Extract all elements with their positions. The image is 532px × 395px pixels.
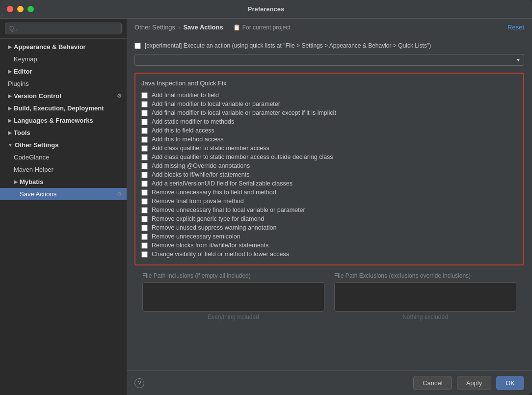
minimize-button[interactable]: [17, 6, 24, 12]
list-item: Remove unnecessary semicolon: [141, 232, 517, 241]
sidebar-item-build[interactable]: ▶ Build, Execution, Deployment: [0, 102, 127, 114]
file-path-inclusions-col: File Path Inclusions (if empty all inclu…: [142, 272, 324, 320]
breadcrumb-bar: Other Settings › Save Actions 📋 For curr…: [127, 19, 532, 36]
inclusions-area[interactable]: [142, 282, 324, 312]
sidebar-item-keymap[interactable]: Keymap: [0, 53, 127, 65]
checkbox-remove-blocks[interactable]: [141, 242, 148, 249]
list-item: Remove unnecessary final to local variab…: [141, 206, 517, 214]
checkbox-add-final-local[interactable]: [141, 101, 148, 107]
checkbox-add-this-method[interactable]: [141, 136, 148, 143]
list-item: Add static modifier to methods: [141, 117, 517, 126]
action-dropdown[interactable]: ▾: [134, 54, 524, 66]
item-label: Remove final from private method: [152, 198, 244, 205]
checkbox-add-final-local-except[interactable]: [141, 110, 148, 116]
sidebar-item-maven-helper[interactable]: Maven Helper: [0, 163, 127, 176]
preferences-window: Preferences ▶ Appearance & Behavior Keym…: [0, 0, 532, 395]
list-item: Add blocks to if/while/for statements: [141, 170, 517, 179]
item-label: Add blocks to if/while/for statements: [152, 171, 249, 178]
chevron-right-icon: ▶: [8, 93, 12, 99]
item-label: Add this to field access: [152, 127, 214, 134]
sidebar-item-editor[interactable]: ▶ Editor: [0, 65, 127, 78]
sidebar-item-codeglance[interactable]: CodeGlance: [0, 151, 127, 163]
checkbox-add-override[interactable]: [141, 163, 148, 169]
panel-body: [experimental] Execute an action (using …: [127, 36, 532, 370]
search-input[interactable]: [5, 23, 122, 34]
inspection-title: Java Inspection and Quick Fix: [141, 79, 517, 87]
item-label: Add this to method access: [152, 136, 224, 143]
list-item: Add this to method access: [141, 135, 517, 144]
item-label: Remove unnecessary final to local variab…: [152, 207, 305, 213]
breadcrumb: Other Settings › Save Actions: [134, 24, 223, 31]
exclusions-status: Nothing excluded: [334, 314, 516, 320]
checkbox-remove-generic[interactable]: [141, 216, 148, 222]
item-label: Add final modifier to field: [152, 92, 219, 99]
title-bar: Preferences: [0, 0, 532, 19]
list-item: Add final modifier to field: [141, 91, 517, 100]
close-button[interactable]: [7, 6, 13, 12]
chevron-right-icon: ▶: [8, 69, 12, 74]
traffic-lights: [7, 6, 34, 12]
experimental-label: [experimental] Execute an action (using …: [145, 42, 431, 49]
exclusions-area[interactable]: [334, 282, 516, 312]
main-content: ▶ Appearance & Behavior Keymap ▶ Editor …: [0, 19, 532, 395]
item-label: Remove unused suppress warning annotatio…: [152, 224, 276, 231]
chevron-right-icon: ▶: [8, 105, 12, 111]
checkbox-add-class-qualifier-outside[interactable]: [141, 154, 148, 160]
divider: [324, 272, 334, 320]
sidebar-item-tools[interactable]: ▶ Tools: [0, 127, 127, 139]
checkbox-add-static-methods[interactable]: [141, 119, 148, 125]
checkbox-add-final-field[interactable]: [141, 92, 148, 99]
cancel-button[interactable]: Cancel: [413, 376, 452, 390]
exclusions-label: File Path Exclusions (exclusions overrid…: [334, 272, 516, 279]
experimental-checkbox[interactable]: [134, 43, 141, 49]
gear-icon: ⚙: [117, 191, 122, 197]
checkbox-add-this-field[interactable]: [141, 128, 148, 134]
item-label: Change visibility of field or method to …: [152, 251, 289, 258]
list-item: Add class qualifier to static member acc…: [141, 153, 517, 161]
sidebar-item-appearance[interactable]: ▶ Appearance & Behavior: [0, 41, 127, 53]
item-label: Remove unnecessary this to field and met…: [152, 189, 276, 196]
sidebar-nav: ▶ Appearance & Behavior Keymap ▶ Editor …: [0, 39, 127, 395]
maximize-button[interactable]: [27, 6, 34, 12]
item-label: Add static modifier to methods: [152, 118, 234, 125]
right-panel: Other Settings › Save Actions 📋 For curr…: [127, 19, 532, 395]
checkbox-add-blocks[interactable]: [141, 172, 148, 178]
sidebar-item-plugins[interactable]: Plugins: [0, 78, 127, 90]
ok-button[interactable]: OK: [496, 376, 524, 390]
sidebar-item-save-actions[interactable]: Save Actions ⚙: [0, 188, 127, 200]
checkbox-remove-this[interactable]: [141, 189, 148, 196]
sidebar-item-languages[interactable]: ▶ Languages & Frameworks: [0, 114, 127, 127]
sidebar-item-other-settings[interactable]: ▼ Other Settings: [0, 139, 127, 151]
footer: ? Cancel Apply OK: [127, 370, 532, 395]
checkbox-add-class-qualifier[interactable]: [141, 145, 148, 152]
file-path-exclusions-col: File Path Exclusions (exclusions overrid…: [334, 272, 516, 320]
item-label: Add missing @Override annotations: [152, 162, 250, 169]
list-item: Add class qualifier to static member acc…: [141, 144, 517, 153]
window-title: Preferences: [248, 5, 284, 13]
item-label: Add class qualifier to static member acc…: [152, 145, 269, 152]
checkbox-add-serial[interactable]: [141, 181, 148, 187]
list-item: Add final modifier to local variable or …: [141, 100, 517, 108]
apply-button[interactable]: Apply: [457, 376, 492, 390]
help-button[interactable]: ?: [134, 378, 144, 388]
item-label: Add a serialVersionUID field for Seriali…: [152, 180, 293, 187]
sidebar-item-mybatis[interactable]: ▶ Mybatis: [0, 176, 127, 188]
breadcrumb-project: 📋 For current project: [233, 24, 291, 31]
checkbox-remove-suppress[interactable]: [141, 225, 148, 231]
list-item: Add this to field access: [141, 126, 517, 135]
item-label: Remove unnecessary semicolon: [152, 233, 240, 240]
sidebar-item-version-control[interactable]: ▶ Version Control ⚙: [0, 90, 127, 102]
checkbox-change-visibility[interactable]: [141, 251, 148, 258]
breadcrumb-separator: ›: [178, 24, 180, 31]
list-item: Add a serialVersionUID field for Seriali…: [141, 179, 517, 188]
breadcrumb-parent: Other Settings: [134, 24, 175, 31]
checkbox-remove-semicolon[interactable]: [141, 234, 148, 240]
reset-button[interactable]: Reset: [507, 24, 524, 31]
checkbox-remove-final-local[interactable]: [141, 207, 148, 213]
chevron-right-icon: ▶: [8, 44, 12, 50]
chevron-right-icon: ▶: [8, 130, 12, 135]
list-item: Remove explicit generic type for diamond: [141, 214, 517, 223]
chevron-down-icon: ▾: [517, 56, 520, 63]
checkbox-remove-final-private[interactable]: [141, 198, 148, 205]
inclusions-label: File Path Inclusions (if empty all inclu…: [142, 272, 324, 279]
